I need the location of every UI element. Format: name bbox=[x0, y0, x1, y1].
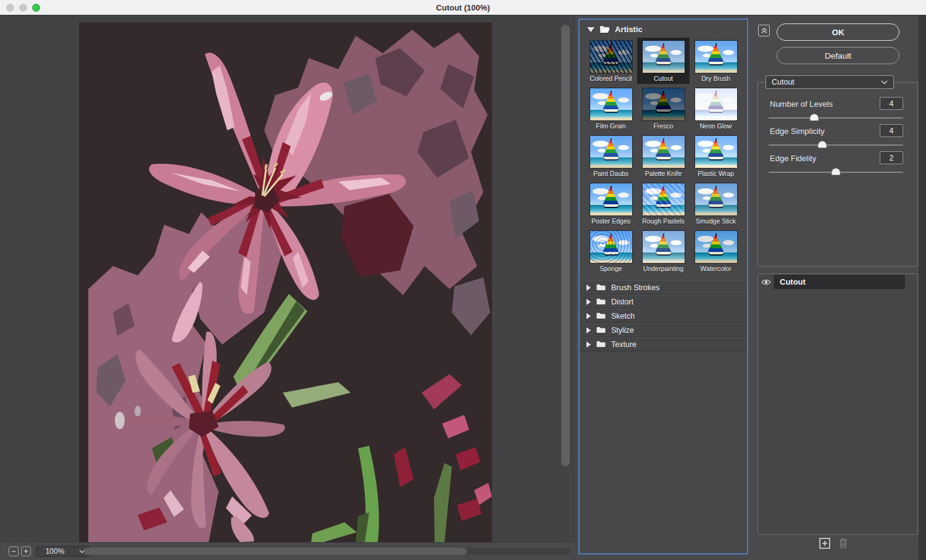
dialog-content: − + 100% Artistic bbox=[0, 15, 926, 560]
filter-thumb-plastic-wrap[interactable]: Plastic Wrap bbox=[690, 133, 742, 179]
folder-label: Brush Strokes bbox=[611, 283, 660, 292]
folder-row-texture[interactable]: Texture bbox=[580, 337, 747, 351]
filter-thumb-watercolor[interactable]: Watercolor bbox=[690, 228, 742, 274]
effect-layer-list: Cutout bbox=[758, 275, 917, 289]
filter-thumb-label: Underpainting bbox=[643, 265, 683, 272]
expand-arrow-icon bbox=[586, 285, 591, 291]
vertical-scrollbar-thumb[interactable] bbox=[561, 25, 570, 466]
preview-bottom-bar: − + 100% bbox=[0, 542, 575, 560]
slider-thumb[interactable] bbox=[818, 141, 827, 148]
new-effect-layer-button[interactable] bbox=[819, 538, 830, 549]
slider-track[interactable] bbox=[769, 117, 903, 119]
filter-thumb-image bbox=[695, 136, 737, 168]
folder-icon bbox=[596, 312, 606, 319]
slider-value-box[interactable]: 4 bbox=[880, 124, 903, 137]
filter-thumb-neon-glow[interactable]: Neon Glow bbox=[690, 85, 742, 132]
filter-thumb-grid: Colored PencilCutoutDry BrushFilm GrainF… bbox=[580, 36, 747, 278]
folder-label: Sketch bbox=[611, 312, 635, 320]
filter-thumb-smudge-stick[interactable]: Smudge Stick bbox=[690, 180, 742, 227]
slider-label: Number of Levels bbox=[770, 99, 833, 109]
delete-effect-layer-button[interactable] bbox=[838, 538, 848, 549]
folder-label: Texture bbox=[611, 340, 636, 349]
filter-thumb-film-grain[interactable]: Film Grain bbox=[585, 85, 637, 132]
window-edge-strip bbox=[919, 15, 926, 560]
titlebar: Cutout (100%) bbox=[0, 0, 926, 15]
minimize-window-button[interactable] bbox=[19, 4, 27, 12]
slider-thumb[interactable] bbox=[810, 114, 819, 121]
open-folder-icon bbox=[599, 25, 610, 33]
collapse-arrow-icon bbox=[587, 27, 594, 32]
preview-vertical-scrollbar[interactable] bbox=[561, 19, 570, 540]
preview-image[interactable] bbox=[79, 22, 492, 542]
zoom-level-value: 100% bbox=[36, 546, 74, 557]
filter-thumb-image bbox=[590, 136, 632, 168]
filter-group-artistic[interactable]: Artistic bbox=[580, 20, 747, 36]
filter-thumb-image bbox=[695, 183, 737, 215]
folder-list: Brush StrokesDistortSketchStylizeTexture bbox=[580, 280, 747, 351]
filter-thumb-palette-knife[interactable]: Palette Knife bbox=[637, 133, 690, 179]
filter-thumb-label: Paint Daubs bbox=[593, 170, 628, 177]
ok-button[interactable]: OK bbox=[777, 23, 899, 41]
filter-thumb-label: Smudge Stick bbox=[696, 217, 736, 225]
folder-row-stylize[interactable]: Stylize bbox=[580, 323, 747, 337]
filter-thumb-image bbox=[643, 231, 685, 263]
chevron-down-icon bbox=[881, 80, 888, 85]
filter-thumb-rough-pastels[interactable]: Rough Pastels bbox=[637, 180, 690, 227]
window-controls bbox=[6, 4, 40, 12]
filter-thumb-cutout[interactable]: Cutout bbox=[637, 38, 690, 84]
filter-select-dropdown[interactable]: Cutout bbox=[765, 75, 894, 89]
preview-area[interactable]: − + 100% bbox=[0, 15, 575, 560]
filter-select-value: Cutout bbox=[772, 78, 795, 86]
slider-thumb[interactable] bbox=[832, 168, 841, 175]
folder-row-distort[interactable]: Distort bbox=[580, 295, 747, 309]
collapse-panel-button[interactable] bbox=[758, 25, 770, 36]
effect-layer-name: Cutout bbox=[774, 275, 905, 289]
default-button[interactable]: Default bbox=[777, 47, 899, 64]
zoom-out-button[interactable]: − bbox=[9, 546, 19, 556]
sliders: Number of Levels4Edge Simplicity4Edge Fi… bbox=[757, 97, 918, 178]
double-chevron-up-icon bbox=[761, 27, 768, 35]
filter-gallery-panel: Artistic Colored PencilCutoutDry BrushFi… bbox=[578, 19, 748, 554]
filter-thumb-underpainting[interactable]: Underpainting bbox=[637, 228, 690, 274]
filter-thumb-label: Dry Brush bbox=[701, 75, 730, 82]
filter-thumb-paint-daubs[interactable]: Paint Daubs bbox=[585, 133, 637, 179]
effect-layer-actions bbox=[748, 538, 919, 549]
expand-arrow-icon bbox=[586, 327, 591, 333]
folder-icon bbox=[596, 284, 606, 291]
filter-thumb-colored-pencil[interactable]: Colored Pencil bbox=[585, 38, 637, 84]
folder-row-sketch[interactable]: Sketch bbox=[580, 309, 747, 323]
folder-row-brush-strokes[interactable]: Brush Strokes bbox=[580, 280, 747, 295]
filter-group-label: Artistic bbox=[615, 25, 643, 34]
zoom-level-control[interactable]: 100% bbox=[36, 546, 90, 557]
slider-track[interactable] bbox=[769, 144, 903, 146]
filter-thumb-label: Neon Glow bbox=[700, 122, 732, 130]
filter-thumb-image bbox=[695, 88, 737, 120]
window-title: Cutout (100%) bbox=[436, 3, 490, 12]
plus-square-icon bbox=[819, 538, 830, 549]
filter-thumb-poster-edges[interactable]: Poster Edges bbox=[585, 180, 637, 227]
horizontal-scrollbar-thumb[interactable] bbox=[84, 548, 467, 555]
slider-row: Edge Fidelity2 bbox=[757, 151, 918, 178]
filter-thumb-sponge[interactable]: Sponge bbox=[585, 228, 637, 274]
folder-label: Stylize bbox=[611, 326, 634, 335]
slider-row: Number of Levels4 bbox=[757, 97, 918, 124]
filter-thumb-label: Watercolor bbox=[700, 265, 731, 272]
folder-icon bbox=[596, 298, 606, 305]
zoom-window-button[interactable] bbox=[32, 4, 40, 12]
zoom-in-button[interactable]: + bbox=[21, 546, 31, 556]
effect-layer-row[interactable]: Cutout bbox=[758, 275, 917, 289]
filter-thumb-label: Sponge bbox=[599, 265, 622, 272]
filter-thumb-label: Plastic Wrap bbox=[698, 170, 734, 177]
filter-thumb-image bbox=[643, 183, 685, 215]
visibility-toggle[interactable] bbox=[758, 275, 774, 289]
filter-thumb-fresco[interactable]: Fresco bbox=[637, 85, 690, 132]
filter-thumb-image bbox=[643, 88, 685, 120]
filter-thumb-dry-brush[interactable]: Dry Brush bbox=[690, 38, 742, 84]
slider-value-box[interactable]: 2 bbox=[880, 151, 903, 164]
slider-value-box[interactable]: 4 bbox=[880, 97, 903, 110]
filter-thumb-image bbox=[643, 41, 685, 73]
preview-horizontal-scrollbar[interactable] bbox=[84, 548, 570, 555]
slider-track[interactable] bbox=[769, 172, 903, 173]
close-window-button[interactable] bbox=[6, 4, 14, 12]
expand-arrow-icon bbox=[586, 313, 591, 319]
